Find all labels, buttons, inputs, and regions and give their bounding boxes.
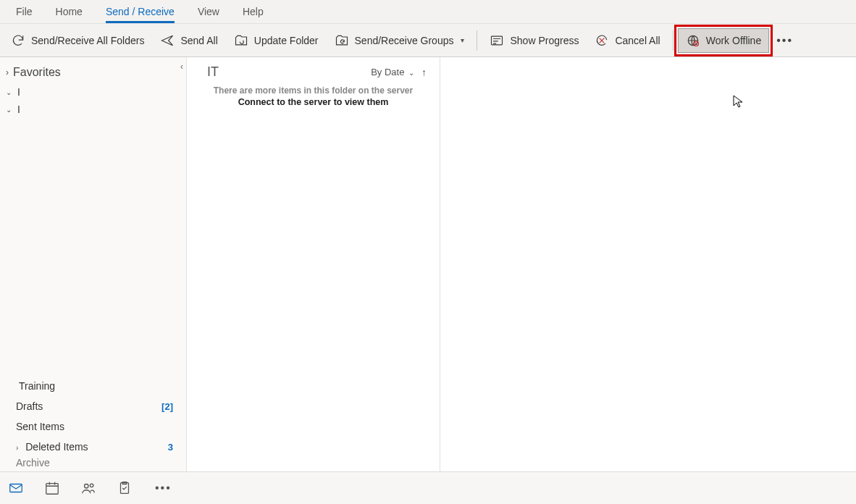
update-folder-button[interactable]: Update Folder <box>226 28 327 53</box>
account-group-2[interactable]: ⌄ I <box>0 101 186 118</box>
send-all-label: Send All <box>180 35 217 46</box>
ribbon-tabs: File Home Send / Receive View Help <box>0 0 856 24</box>
svg-rect-3 <box>10 484 22 492</box>
separator <box>673 30 674 51</box>
sort-by-label: By Date <box>371 67 404 77</box>
update-folder-icon <box>234 33 248 48</box>
folder-deleted-count: 3 <box>168 442 173 453</box>
nav-tasks-button[interactable] <box>114 478 135 498</box>
folder-title: IT <box>207 64 219 80</box>
folder-pane: ‹ › Favorites ⌄ I ⌄ I Training Drafts [2… <box>0 57 187 471</box>
svg-rect-4 <box>46 484 59 495</box>
chevron-down-icon: ▾ <box>461 36 464 44</box>
tab-view[interactable]: View <box>186 1 231 23</box>
favorites-label: Favorites <box>13 66 61 79</box>
show-progress-button[interactable]: Show Progress <box>482 28 587 53</box>
chevron-right-icon: › <box>6 67 9 77</box>
send-receive-all-button[interactable]: Send/Receive All Folders <box>3 28 152 53</box>
folder-refresh-icon <box>335 33 349 48</box>
nav-people-button[interactable] <box>78 478 98 498</box>
folder-sent-label: Sent Items <box>16 421 64 432</box>
folder-drafts-count: [2] <box>161 401 173 412</box>
update-folder-label: Update Folder <box>254 35 319 46</box>
svg-point-5 <box>85 484 89 489</box>
folder-archive-label: Archive <box>16 457 50 469</box>
send-receive-groups-label: Send/Receive Groups <box>355 35 454 46</box>
body-area: ‹ › Favorites ⌄ I ⌄ I Training Drafts [2… <box>0 57 856 471</box>
svg-point-6 <box>90 484 93 487</box>
collapse-folder-pane-button[interactable]: ‹ <box>180 62 183 72</box>
account-group-1-label: I <box>17 86 179 98</box>
show-progress-label: Show Progress <box>510 35 579 46</box>
work-offline-button[interactable]: Work Offline <box>678 28 770 53</box>
cancel-all-label: Cancel All <box>615 35 660 46</box>
progress-icon <box>490 33 504 48</box>
send-receive-groups-button[interactable]: Send/Receive Groups ▾ <box>327 28 473 53</box>
reading-pane <box>440 57 856 471</box>
tab-help[interactable]: Help <box>231 1 275 23</box>
sort-controls: By Date ⌄ ↑ <box>371 67 427 78</box>
more-items-notice: There are more items in this folder on t… <box>187 83 440 96</box>
send-icon <box>160 33 175 48</box>
account-group-2-label: I <box>17 104 179 115</box>
chevron-down-icon: ⌄ <box>6 106 14 114</box>
folder-training-label: Training <box>19 380 55 392</box>
send-receive-all-label: Send/Receive All Folders <box>31 35 144 46</box>
message-list-pane: IT By Date ⌄ ↑ There are more items in t… <box>187 57 440 471</box>
folder-drafts-label: Drafts <box>16 400 43 412</box>
work-offline-label: Work Offline <box>706 35 762 46</box>
tab-file[interactable]: File <box>4 1 44 23</box>
tab-home[interactable]: Home <box>44 1 94 23</box>
folder-training[interactable]: Training <box>0 376 186 396</box>
folder-archive[interactable]: Archive <box>0 457 186 469</box>
chevron-down-icon: ⌄ <box>6 88 14 96</box>
folder-sent-items[interactable]: Sent Items <box>0 416 186 437</box>
chevron-down-icon: ⌄ <box>408 69 414 77</box>
nav-more-button[interactable]: ••• <box>151 482 176 495</box>
account-group-1[interactable]: ⌄ I <box>0 83 186 101</box>
sort-direction-button[interactable]: ↑ <box>421 67 427 78</box>
sort-by-button[interactable]: By Date ⌄ <box>371 67 414 77</box>
folder-deleted-label: Deleted Items <box>25 441 88 453</box>
ribbon-toolbar: Send/Receive All Folders Send All Update… <box>0 24 856 57</box>
cancel-all-button[interactable]: Cancel All <box>587 28 668 53</box>
favorites-header[interactable]: › Favorites <box>0 57 186 83</box>
svg-rect-0 <box>492 36 503 45</box>
nav-calendar-button[interactable] <box>42 478 62 498</box>
spacer <box>0 118 186 376</box>
separator <box>477 30 477 51</box>
message-list-header: IT By Date ⌄ ↑ <box>187 63 440 83</box>
chevron-right-icon: › <box>16 444 18 452</box>
tab-send-receive[interactable]: Send / Receive <box>94 1 186 23</box>
bottom-nav-bar: ••• <box>0 471 856 504</box>
refresh-icon <box>11 33 25 48</box>
cancel-icon <box>595 33 609 48</box>
folder-drafts[interactable]: Drafts [2] <box>0 396 186 416</box>
folder-deleted-items[interactable]: › Deleted Items 3 <box>0 437 186 457</box>
folder-list: Training Drafts [2] Sent Items › Deleted… <box>0 376 186 471</box>
send-all-button[interactable]: Send All <box>152 28 225 53</box>
nav-mail-button[interactable] <box>6 478 26 498</box>
globe-offline-icon <box>686 33 700 48</box>
connect-server-link[interactable]: Connect to the server to view them <box>187 96 440 107</box>
ribbon-more-button[interactable]: ••• <box>769 34 800 47</box>
